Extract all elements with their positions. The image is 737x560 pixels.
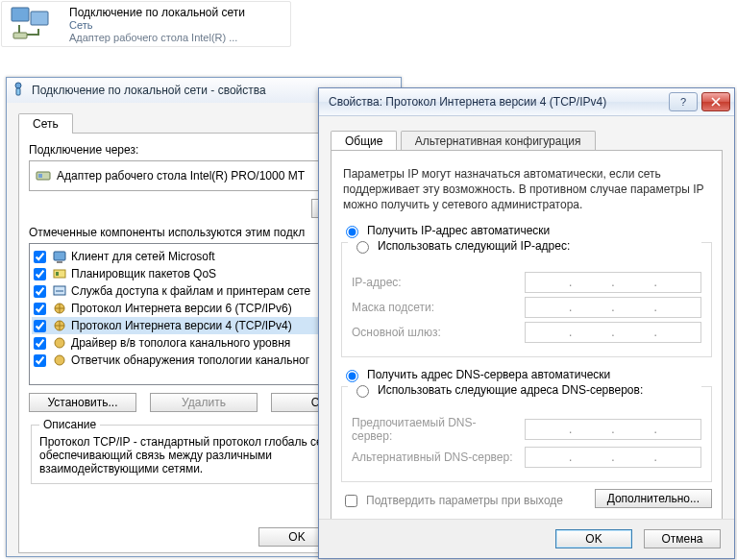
svg-rect-1 <box>31 12 48 25</box>
dns-manual-group: Использовать следующие адреса DNS-сервер… <box>341 386 712 482</box>
scheduler-icon <box>52 266 67 281</box>
adapter-icon <box>36 168 51 183</box>
tcpip-properties-window: Свойства: Протокол Интернета версии 4 (T… <box>318 87 735 559</box>
radio-dns-auto[interactable] <box>346 370 358 382</box>
ip-address-input[interactable]: ... <box>525 272 701 293</box>
connection-network: Сеть <box>69 19 92 31</box>
check-icon[interactable] <box>34 354 46 367</box>
svg-rect-4 <box>16 88 20 95</box>
responder-icon <box>52 353 67 368</box>
svg-rect-2 <box>13 33 27 38</box>
dns-alt-label: Альтернативный DNS-сервер: <box>352 450 515 464</box>
fileshare-icon <box>52 283 67 299</box>
dns-alt-input[interactable]: ... <box>525 447 701 468</box>
subnet-mask-label: Маска подсети: <box>352 301 515 314</box>
dns-pref-input[interactable]: ... <box>525 419 701 440</box>
remove-button[interactable]: Удалить <box>150 393 258 412</box>
check-icon[interactable] <box>34 303 46 315</box>
ip-address-row: IP-адрес: ... <box>352 272 701 293</box>
radio-ip-auto[interactable] <box>346 226 358 238</box>
list-item-label: Ответчик обнаружения топологии канальног <box>71 353 309 367</box>
check-icon[interactable] <box>34 268 46 280</box>
window-title-text: Подключение по локальной сети - свойства <box>32 84 266 97</box>
list-item-label: Клиент для сетей Microsoft <box>71 250 215 263</box>
connection-tile[interactable]: Подключение по локальной сети Сеть Адапт… <box>1 1 291 47</box>
list-item-label: Драйвер в/в тополога канального уровня <box>71 336 290 350</box>
list-item-label: Планировщик пакетов QoS <box>71 267 216 280</box>
tab-general[interactable]: Общие <box>331 131 397 151</box>
check-icon[interactable] <box>34 337 46 350</box>
confirm-on-exit-label: Подтвердить параметры при выходе <box>366 494 563 507</box>
svg-rect-0 <box>12 8 29 21</box>
window-title-text: Свойства: Протокол Интернета версии 4 (T… <box>329 95 606 109</box>
close-button[interactable] <box>701 92 730 111</box>
dns-pref-row: Предпочитаемый DNS-сервер: ... <box>352 416 701 443</box>
connection-title: Подключение по локальной сети <box>69 6 245 19</box>
svg-rect-7 <box>54 252 65 260</box>
client-icon <box>52 249 67 264</box>
gateway-label: Основной шлюз: <box>352 326 515 339</box>
window-titlebar[interactable]: Свойства: Протокол Интернета версии 4 (T… <box>319 88 734 116</box>
svg-rect-8 <box>57 261 62 263</box>
connection-adapter: Адаптер рабочего стола Intel(R) ... <box>69 32 237 43</box>
help-button[interactable]: ? <box>669 92 698 111</box>
list-item-label: Протокол Интернета версии 4 (TCP/IPv4) <box>71 319 292 332</box>
svg-point-3 <box>15 83 21 88</box>
subnet-mask-input[interactable]: ... <box>525 297 701 318</box>
properties-icon <box>11 82 26 97</box>
install-button[interactable]: Установить... <box>29 393 136 412</box>
gateway-row: Основной шлюз: ... <box>352 322 701 343</box>
help-icon: ? <box>680 96 686 108</box>
radio-ip-manual-label: Использовать следующий IP-адрес: <box>378 239 570 253</box>
ip-address-label: IP-адрес: <box>352 276 515 289</box>
tab-alternate-config[interactable]: Альтернативная конфигурация <box>401 131 596 151</box>
svg-rect-6 <box>38 174 42 178</box>
list-item-label: Протокол Интернета версии 6 (TCP/IPv6) <box>71 302 292 315</box>
info-text: Параметры IP могут назначаться автоматич… <box>343 166 710 213</box>
description-legend: Описание <box>39 418 100 431</box>
advanced-button[interactable]: Дополнительно... <box>595 489 712 508</box>
check-icon[interactable] <box>34 320 46 332</box>
check-icon[interactable] <box>34 251 46 263</box>
svg-rect-10 <box>56 272 59 276</box>
svg-point-15 <box>55 355 64 365</box>
driver-icon <box>52 335 67 351</box>
tab-network[interactable]: Сеть <box>18 113 73 134</box>
dns-pref-label: Предпочитаемый DNS-сервер: <box>352 416 515 443</box>
network-connection-icon <box>10 6 56 42</box>
cancel-button[interactable]: Отмена <box>644 529 721 548</box>
confirm-on-exit-checkbox[interactable] <box>345 495 357 507</box>
radio-ip-auto-label: Получить IP-адрес автоматически <box>367 224 550 237</box>
gateway-input[interactable]: ... <box>525 322 701 343</box>
check-icon[interactable] <box>34 285 46 298</box>
adapter-name-text: Адаптер рабочего стола Intel(R) PRO/1000… <box>57 169 305 183</box>
close-icon <box>711 97 721 107</box>
svg-point-14 <box>55 338 64 348</box>
ok-button[interactable]: OK <box>555 529 632 548</box>
svg-rect-9 <box>54 270 65 278</box>
protocol-icon <box>52 318 67 333</box>
radio-ip-manual[interactable] <box>356 241 369 254</box>
subnet-mask-row: Маска подсети: ... <box>352 297 701 318</box>
ip-manual-group: Использовать следующий IP-адрес: IP-адре… <box>341 242 712 357</box>
radio-dns-auto-label: Получить адрес DNS-сервера автоматически <box>367 368 610 381</box>
protocol-icon <box>52 301 67 316</box>
radio-dns-manual[interactable] <box>356 385 369 398</box>
list-item-label: Служба доступа к файлам и принтерам сете <box>71 284 310 298</box>
radio-dns-manual-label: Использовать следующие адреса DNS-сервер… <box>378 383 643 397</box>
dns-alt-row: Альтернативный DNS-сервер: ... <box>352 447 701 468</box>
